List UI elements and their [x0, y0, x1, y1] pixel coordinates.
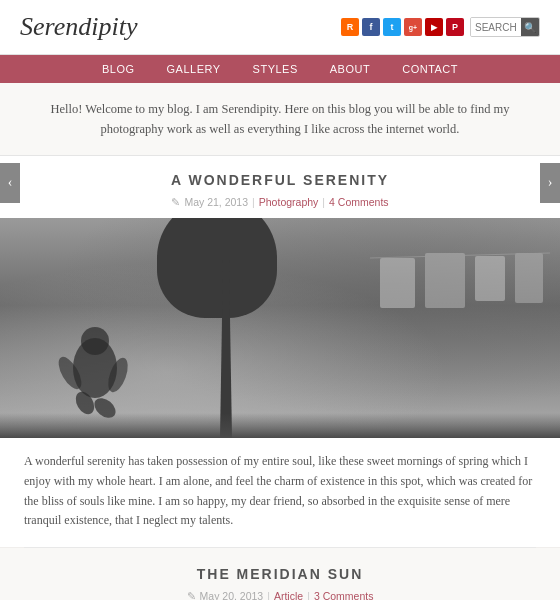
nav-about[interactable]: ABOUT [314, 55, 386, 83]
post-1-title: A WONDERFUL SERENITY [0, 156, 560, 192]
svg-rect-9 [475, 256, 505, 301]
left-arrow[interactable]: ‹ [0, 163, 20, 203]
svg-rect-8 [425, 253, 465, 308]
post-1-image [0, 218, 560, 438]
svg-rect-7 [380, 258, 415, 308]
svg-point-1 [81, 327, 109, 355]
nav-blog[interactable]: BLOG [86, 55, 151, 83]
pinterest-icon[interactable]: P [446, 18, 464, 36]
youtube-icon[interactable]: ▶ [425, 18, 443, 36]
post-2: THE MERIDIAN SUN ✎ May 20, 2013 | Articl… [0, 548, 560, 600]
svg-rect-10 [515, 253, 543, 303]
post-1-body: A wonderful serenity has taken possessio… [0, 438, 560, 547]
post-1: A WONDERFUL SERENITY ✎ May 21, 2013 | Ph… [0, 156, 560, 547]
nav-contact[interactable]: CONTACT [386, 55, 474, 83]
post-2-meta: ✎ May 20, 2013 | Article | 3 Comments [0, 586, 560, 600]
post-1-meta-icon: ✎ [171, 196, 180, 208]
rss-icon[interactable]: R [341, 18, 359, 36]
clothesline-svg [370, 238, 550, 318]
header: Serendipity R f t g+ ▶ P 🔍 [0, 0, 560, 55]
post-2-comments[interactable]: 3 Comments [314, 590, 374, 600]
navigation: BLOG GALLERY STYLES ABOUT CONTACT [0, 55, 560, 83]
nav-gallery[interactable]: GALLERY [151, 55, 237, 83]
search-input[interactable] [471, 18, 521, 36]
post-2-meta-icon: ✎ [187, 590, 196, 600]
nav-styles[interactable]: STYLES [237, 55, 314, 83]
post-1-meta: ✎ May 21, 2013 | Photography | 4 Comment… [0, 192, 560, 218]
photo-person-svg [50, 313, 140, 423]
welcome-section: Hello! Welcome to my blog. I am Serendip… [0, 83, 560, 156]
post-1-comments[interactable]: 4 Comments [329, 196, 389, 208]
facebook-icon[interactable]: f [362, 18, 380, 36]
post-1-date: May 21, 2013 [184, 196, 248, 208]
post-1-category[interactable]: Photography [259, 196, 319, 208]
right-arrow[interactable]: › [540, 163, 560, 203]
search-box: 🔍 [470, 17, 540, 37]
post-1-body-text: A wonderful serenity has taken possessio… [24, 452, 536, 531]
page-wrapper: Serendipity R f t g+ ▶ P 🔍 BLOG GALLERY … [0, 0, 560, 600]
search-button[interactable]: 🔍 [521, 18, 539, 36]
post-2-category[interactable]: Article [274, 590, 303, 600]
post-2-date: May 20, 2013 [200, 590, 264, 600]
post-2-title: THE MERIDIAN SUN [0, 548, 560, 586]
logo: Serendipity [20, 12, 137, 42]
twitter-icon[interactable]: t [383, 18, 401, 36]
welcome-text: Hello! Welcome to my blog. I am Serendip… [40, 99, 520, 139]
content-area: ‹ › Hello! Welcome to my blog. I am Sere… [0, 83, 560, 600]
google-plus-icon[interactable]: g+ [404, 18, 422, 36]
header-icons: R f t g+ ▶ P 🔍 [341, 17, 540, 37]
